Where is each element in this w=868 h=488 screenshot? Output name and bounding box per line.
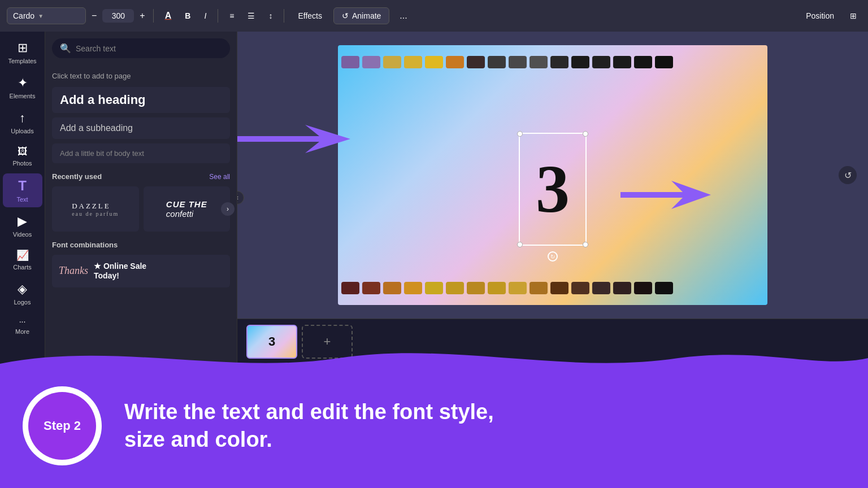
bold-button[interactable]: B [180,8,195,24]
canvas-wrap: 3 ↻ ↺ [237,32,868,319]
line-height-button[interactable]: ↕ [264,8,277,24]
sidebar-item-logos[interactable]: ◈ Logos [3,277,42,310]
search-bar: 🔍 [45,32,237,65]
handle-bottom-left[interactable] [517,242,523,247]
wave-decoration [0,341,868,375]
text-align-button[interactable]: ≡ [225,8,238,24]
sidebar-item-text[interactable]: T Text [3,173,42,207]
font-combinations-title: Font combinations [52,241,118,249]
sidebar-item-more[interactable]: ··· More [3,312,42,339]
more-icon: ··· [19,317,26,326]
scroll-right-button[interactable]: › [221,202,235,216]
sidebar-label-photos: Photos [12,160,32,167]
recently-used-grid: DAZZLE eau de parfum CUE THE confetti › [52,186,230,232]
sidebar-label-text: Text [16,196,28,203]
more-options-button[interactable]: ... [394,7,413,24]
font-size-decrease-button[interactable]: − [90,11,98,21]
bottom-section: Step 2 Write the text and edit the font … [0,364,868,488]
step-circle: Step 2 [23,386,102,465]
templates-icon: ⊞ [18,41,28,55]
panel-content: Click text to add to page Add a heading … [45,65,237,364]
toolbar-divider-3 [284,9,284,23]
sidebar-label-templates: Templates [8,58,36,64]
sidebar-label-videos: Videos [13,231,32,238]
top-toolbar: Cardo ▼ − + A B I ≡ ☰ ↕ Effects ↺ Animat… [0,0,868,32]
animate-icon: ↺ [342,11,349,20]
line-height-icon: ↕ [268,11,272,20]
sidebar-item-charts[interactable]: 📈 Charts [3,245,42,275]
font-name-label: Cardo [13,11,34,20]
bottom-instruction-line1: Write the text and edit the font style, [124,398,494,426]
sidebar-item-uploads[interactable]: ↑ Uploads [3,106,42,139]
handle-bottom-right[interactable] [583,242,588,247]
sidebar-label-more: More [15,328,29,335]
sidebar-label-logos: Logos [14,299,31,306]
font-color-icon: A [165,11,172,21]
font-preview-confetti[interactable]: CUE THE confetti [144,186,231,232]
font-family-select[interactable]: Cardo ▼ [7,7,86,24]
bottom-instruction-line2: size and color. [124,426,494,454]
list-button[interactable]: ☰ [243,8,259,24]
font-size-input[interactable] [107,11,129,20]
number-text-element[interactable]: 3 ↻ [519,133,587,246]
canvas[interactable]: 3 ↻ [338,45,767,305]
sidebar-item-videos[interactable]: ▶ Videos [3,210,42,242]
search-icon: 🔍 [60,43,71,54]
photos-icon: 🖼 [18,146,28,158]
font-size-increase-button[interactable]: + [138,11,146,21]
toolbar-divider-2 [218,9,218,23]
font-preview-dazzle-text: DAZZLE eau de parfum [72,202,119,217]
filmstrip-top [338,45,767,79]
italic-button[interactable]: I [199,8,211,24]
sidebar-label-elements: Elements [10,93,36,99]
position-button[interactable]: Position [801,8,839,24]
recently-used-title: Recently used [52,172,102,181]
handle-top-right[interactable] [583,131,588,137]
see-all-link[interactable]: See all [209,173,230,181]
font-size-control [102,9,134,23]
sidebar: ⊞ Templates ✦ Elements ↑ Uploads 🖼 Photo… [0,32,45,364]
font-combination-item-1[interactable]: Thanks ★ Online Sale Today! [52,255,230,287]
charts-icon: 📈 [16,249,29,262]
sidebar-label-charts: Charts [13,264,31,271]
font-comb-script-text: Thanks [59,265,88,277]
handle-top-left[interactable] [517,131,523,137]
bold-icon: B [185,11,190,20]
canvas-sync-button[interactable]: ↺ [839,166,857,184]
search-input-wrap: 🔍 [52,38,230,58]
grid-icon: ⊞ [850,11,857,20]
font-comb-star: ★ [94,262,101,271]
add-body-button[interactable]: Add a little bit of body text [52,143,230,163]
left-panel: 🔍 Click text to add to page Add a headin… [45,32,237,364]
add-subheading-button[interactable]: Add a subheading [52,117,230,139]
font-comb-bold-text: ★ Online Sale Today! [94,262,146,281]
sidebar-item-templates[interactable]: ⊞ Templates [3,36,42,69]
add-heading-button[interactable]: Add a heading [52,87,230,113]
font-combinations-list: Thanks ★ Online Sale Today! [52,255,230,287]
sidebar-item-elements[interactable]: ✦ Elements [3,71,42,104]
sidebar-label-uploads: Uploads [11,128,33,134]
align-icon: ≡ [229,11,234,20]
italic-icon: I [204,11,206,20]
sidebar-item-photos[interactable]: 🖼 Photos [3,141,42,171]
text-icon: T [18,178,27,194]
recently-used-section-header: Recently used See all [52,172,230,181]
animate-button[interactable]: ↺ Animate [333,7,389,24]
search-input[interactable] [76,44,222,53]
font-comb-bold-line1: ★ Online Sale [94,262,146,271]
font-preview-dazzle[interactable]: DAZZLE eau de parfum [52,186,139,232]
step-label: Step 2 [28,392,96,460]
number-display: 3 [536,155,570,223]
font-comb-bold-line2: Today! [94,271,146,281]
text-color-button[interactable]: A [160,7,176,24]
font-combinations-section-header: Font combinations [52,241,230,249]
list-icon: ☰ [248,11,255,20]
grid-button[interactable]: ⊞ [845,8,861,24]
toolbar-divider-1 [153,9,154,23]
effects-button[interactable]: Effects [291,8,329,24]
canvas-area: ‹ [237,32,868,364]
rotate-handle[interactable]: ↻ [548,251,558,262]
main-area: ⊞ Templates ✦ Elements ↑ Uploads 🖼 Photo… [0,32,868,364]
filmstrip-bottom [338,271,767,305]
logos-icon: ◈ [18,282,27,297]
